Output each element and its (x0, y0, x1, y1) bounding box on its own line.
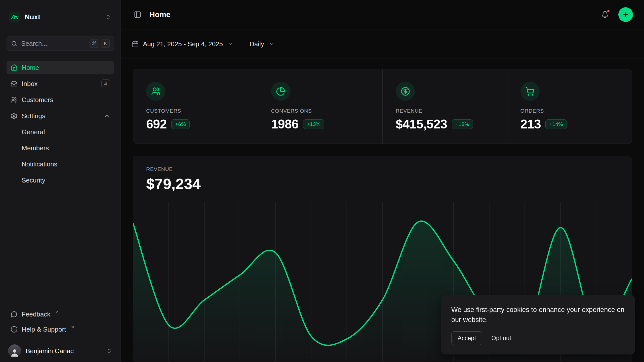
sidebar-subitem-label: General (22, 128, 45, 136)
cookie-banner: We use first-party cookies to enhance yo… (441, 295, 635, 354)
stat-value: 1986 (271, 117, 299, 131)
stats-row: CUSTOMERS 692 +6% CONVERSIONS 1986 +13% (133, 69, 632, 144)
page-header: Home (121, 0, 644, 29)
sidebar-subitem-general[interactable]: General (7, 125, 114, 139)
calendar-icon (132, 40, 139, 48)
sidebar-spacer (0, 187, 120, 308)
home-icon (11, 64, 18, 71)
search-input[interactable]: Search... ⌘ K (7, 36, 114, 51)
revenue-card-value: $79,234 (133, 175, 632, 193)
cookie-message: We use first-party cookies to enhance yo… (451, 305, 625, 325)
collapse-sidebar-button[interactable] (132, 9, 143, 20)
sidebar-subitem-label: Security (22, 176, 45, 184)
stat-card-conversions[interactable]: CONVERSIONS 1986 +13% (258, 69, 383, 144)
stat-delta-badge: +13% (303, 119, 324, 129)
stat-value: 213 (520, 117, 541, 131)
sidebar-item-label: Customers (22, 96, 53, 104)
users-icon (146, 82, 165, 101)
external-link-icon (55, 310, 59, 314)
panel-left-icon (134, 11, 141, 18)
avatar (8, 344, 21, 357)
granularity-label: Daily (250, 40, 264, 48)
stat-label: CONVERSIONS (271, 108, 370, 114)
stat-value: 692 (146, 117, 167, 131)
search-placeholder: Search... (21, 40, 86, 48)
chevrons-up-down-icon (105, 14, 111, 20)
plus-icon (622, 11, 629, 18)
team-name: Nuxt (25, 13, 40, 21)
nuxt-logo-icon (9, 12, 20, 23)
stat-card-customers[interactable]: CUSTOMERS 692 +6% (133, 69, 258, 144)
sidebar-item-label: Home (22, 64, 39, 72)
sidebar-subitem-members[interactable]: Members (7, 141, 114, 155)
cookie-actions: Accept Opt out (451, 331, 625, 345)
add-button[interactable] (618, 7, 633, 22)
kbd-k: K (101, 39, 110, 48)
sidebar: Nuxt Search... ⌘ K Home Inbox 4 (0, 0, 121, 362)
chevron-down-icon (269, 41, 275, 47)
stat-label: ORDERS (520, 108, 619, 114)
info-circle-icon (11, 326, 18, 333)
sidebar-item-label: Help & Support (22, 326, 66, 333)
header-actions (599, 7, 633, 22)
date-range-picker[interactable]: Aug 21, 2025 - Sep 4, 2025 (132, 40, 233, 48)
sidebar-footer-nav: Feedback Help & Support (7, 308, 114, 336)
search-shortcut: ⌘ K (90, 39, 110, 48)
sidebar-subitem-security[interactable]: Security (7, 173, 114, 187)
users-icon (11, 96, 18, 103)
sidebar-item-label: Inbox (22, 80, 38, 88)
cookie-accept-button[interactable]: Accept (451, 331, 482, 345)
sidebar-item-help-support[interactable]: Help & Support (7, 323, 114, 336)
message-bubble-icon (11, 311, 18, 318)
stat-delta-badge: +18% (452, 119, 473, 129)
notifications-button[interactable] (599, 9, 611, 20)
notification-dot (607, 9, 610, 13)
stat-label: REVENUE (396, 108, 494, 114)
chevrons-up-down-icon (106, 348, 112, 354)
filters-toolbar: Aug 21, 2025 - Sep 4, 2025 Daily (121, 29, 644, 59)
pie-chart-icon (271, 82, 290, 101)
stat-card-orders[interactable]: ORDERS 213 +14% (507, 69, 632, 144)
external-link-icon (70, 325, 75, 329)
user-name: Benjamin Canac (26, 347, 74, 355)
sidebar-item-label: Feedback (22, 310, 50, 318)
cookie-optout-button[interactable]: Opt out (491, 335, 511, 342)
sidebar-subitem-notifications[interactable]: Notifications (7, 157, 114, 171)
sidebar-item-label: Settings (22, 112, 45, 120)
gear-icon (11, 112, 18, 119)
sidebar-item-home[interactable]: Home (7, 61, 114, 74)
sidebar-item-settings[interactable]: Settings (7, 109, 114, 123)
sidebar-item-inbox[interactable]: Inbox 4 (7, 77, 114, 90)
search-icon (11, 40, 18, 47)
date-range-label: Aug 21, 2025 - Sep 4, 2025 (143, 40, 223, 48)
granularity-select[interactable]: Daily (250, 40, 275, 48)
team-selector[interactable]: Nuxt (7, 9, 114, 25)
stat-card-revenue[interactable]: REVENUE $415,523 +18% (382, 69, 507, 144)
sidebar-subitem-label: Notifications (22, 160, 57, 168)
chevron-up-icon (104, 113, 110, 119)
sidebar-nav: Home Inbox 4 Customers Settings General (7, 61, 114, 187)
stat-value: $415,523 (396, 117, 447, 131)
inbox-count-badge: 4 (101, 79, 110, 88)
kbd-cmd: ⌘ (90, 39, 99, 48)
inbox-icon (11, 80, 18, 87)
stat-delta-badge: +6% (171, 119, 190, 129)
shopping-cart-icon (520, 82, 540, 101)
sidebar-item-customers[interactable]: Customers (7, 93, 114, 107)
circle-dollar-icon (396, 82, 415, 101)
user-menu[interactable]: Benjamin Canac (0, 340, 120, 362)
page-title: Home (149, 10, 170, 19)
chevron-down-icon (227, 41, 233, 47)
sidebar-item-feedback[interactable]: Feedback (7, 308, 114, 321)
stat-delta-badge: +14% (545, 119, 567, 129)
sidebar-subitem-label: Members (22, 144, 49, 152)
revenue-card-label: REVENUE (133, 166, 632, 172)
stat-label: CUSTOMERS (146, 108, 245, 114)
